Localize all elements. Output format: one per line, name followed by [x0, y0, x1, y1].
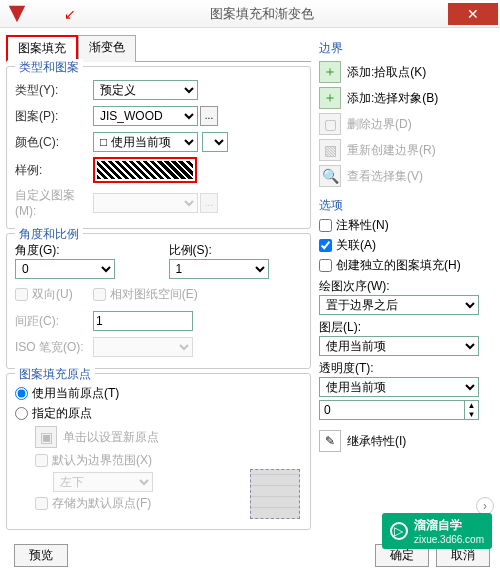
delete-boundary-button: ▢删除边界(D) — [319, 113, 486, 135]
spacing-label: 间距(C): — [15, 313, 93, 330]
view-selection-button: 🔍查看选择集(V) — [319, 165, 486, 187]
eyedropper-icon: ✎ — [319, 430, 341, 452]
search-icon: 🔍 — [319, 165, 341, 187]
red-arrow-annotation: ↙ — [64, 6, 76, 22]
iso-label: ISO 笔宽(O): — [15, 339, 93, 356]
legend-angle: 角度和比例 — [15, 226, 83, 243]
recreate-boundary-button: ▧重新创建边界(R) — [319, 139, 486, 161]
angle-label: 角度(G): — [15, 242, 149, 259]
transparency-select[interactable]: 使用当前项 — [319, 377, 479, 397]
preview-button[interactable]: 预览 — [14, 544, 68, 567]
legend-origin: 图案填充原点 — [15, 366, 95, 383]
spinner-up-icon[interactable]: ▲ — [464, 401, 478, 410]
add-pick-button[interactable]: ＋添加:拾取点(K) — [319, 61, 486, 83]
spacing-input[interactable] — [93, 311, 193, 331]
sample-label: 样例: — [15, 162, 93, 179]
inherit-button[interactable]: ✎ 继承特性(I) — [319, 430, 486, 452]
legend-type: 类型和图案 — [15, 59, 83, 76]
window-title: 图案填充和渐变色 — [76, 5, 448, 23]
relative-checkbox: 相对图纸空间(E) — [93, 286, 198, 303]
draworder-select[interactable]: 置于边界之后 — [319, 295, 479, 315]
plus-icon: ＋ — [319, 87, 341, 109]
titlebar: ↙ 图案填充和渐变色 ✕ — [0, 0, 500, 28]
custom-browse-button: ... — [200, 193, 218, 213]
origin-current-radio[interactable]: 使用当前原点(T) — [15, 385, 302, 402]
scale-label: 比例(S): — [169, 242, 303, 259]
app-icon — [6, 3, 28, 25]
tab-hatch[interactable]: 图案填充 — [6, 35, 78, 62]
tab-gradient[interactable]: 渐变色 — [78, 35, 136, 62]
pattern-label: 图案(P): — [15, 108, 93, 125]
origin-preview-tile — [250, 469, 300, 519]
annotative-checkbox[interactable]: 注释性(N) — [319, 217, 486, 234]
scale-select[interactable]: 1 — [169, 259, 269, 279]
iso-select — [93, 337, 193, 357]
origin-specified-radio[interactable]: 指定的原点 — [15, 405, 302, 422]
sample-highlight — [93, 157, 197, 183]
sample-swatch[interactable] — [97, 161, 193, 179]
tab-strip: 图案填充 渐变色 — [6, 34, 311, 62]
group-type-pattern: 类型和图案 类型(Y): 预定义 图案(P): JIS_WOOD ... 颜色(… — [6, 66, 311, 229]
color-select[interactable]: □ 使用当前项 — [93, 132, 198, 152]
add-select-button[interactable]: ＋添加:选择对象(B) — [319, 87, 486, 109]
spinner-down-icon[interactable]: ▼ — [464, 410, 478, 419]
plus-icon: ＋ — [319, 61, 341, 83]
pattern-select[interactable]: JIS_WOOD — [93, 106, 198, 126]
default-bound-checkbox: 默认为边界范围(X) — [35, 452, 302, 469]
draworder-label: 绘图次序(W): — [319, 278, 486, 295]
group-origin: 图案填充原点 使用当前原点(T) 指定的原点 ▣单击以设置新原点 默认为边界范围… — [6, 373, 311, 530]
layer-select[interactable]: 使用当前项 — [319, 336, 479, 356]
angle-select[interactable]: 0 — [15, 259, 115, 279]
transparency-spinner[interactable]: 0 ▲▼ — [319, 400, 479, 420]
custom-select — [93, 193, 198, 213]
close-button[interactable]: ✕ — [448, 3, 498, 25]
transparency-label: 透明度(T): — [319, 360, 486, 377]
custom-label: 自定义图案(M): — [15, 187, 93, 218]
independent-hatch-checkbox[interactable]: 创建独立的图案填充(H) — [319, 257, 486, 274]
boundary-title: 边界 — [319, 40, 486, 57]
play-icon: ▷ — [390, 522, 408, 540]
watermark: ▷ 溜溜自学 zixue.3d66.com — [382, 513, 492, 549]
origin-pos-select: 左下 — [53, 472, 153, 492]
layer-label: 图层(L): — [319, 319, 486, 336]
associative-checkbox[interactable]: 关联(A) — [319, 237, 486, 254]
type-select[interactable]: 预定义 — [93, 80, 198, 100]
options-title: 选项 — [319, 197, 486, 214]
recreate-icon: ▧ — [319, 139, 341, 161]
color-label: 颜色(C): — [15, 134, 93, 151]
set-origin-button: ▣单击以设置新原点 — [35, 426, 302, 448]
bgcolor-select[interactable]: ☑ — [202, 132, 228, 152]
pattern-browse-button[interactable]: ... — [200, 106, 218, 126]
group-angle-scale: 角度和比例 角度(G): 0 比例(S): 1 双向(U) 相对图纸空间(E) … — [6, 233, 311, 369]
delete-icon: ▢ — [319, 113, 341, 135]
type-label: 类型(Y): — [15, 82, 93, 99]
double-checkbox: 双向(U) — [15, 286, 73, 303]
